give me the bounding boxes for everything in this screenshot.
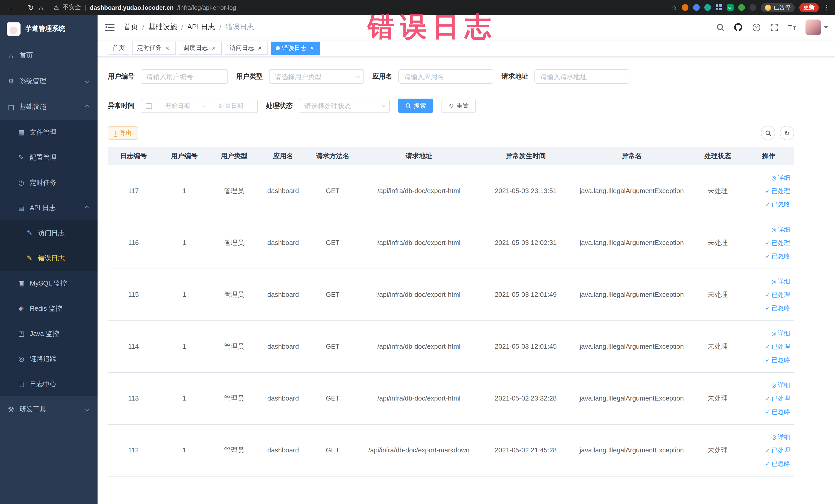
user-type-select-input[interactable] xyxy=(269,69,364,84)
sidebar-item-9[interactable]: ✎错误日志 xyxy=(0,245,98,270)
action-processed[interactable]: ✓已处理 xyxy=(746,391,790,405)
tab-label: 错误日志 xyxy=(282,44,306,53)
home-icon[interactable]: ⌂ xyxy=(36,3,46,12)
app-title: 芋道管理系统 xyxy=(25,24,65,33)
extension-icon-blue[interactable] xyxy=(693,4,700,11)
status-select[interactable] xyxy=(299,99,390,113)
sidebar-item-10[interactable]: ▣MySQL 监控 xyxy=(0,270,98,296)
table-toolbar: ↓ 导出 ↻ xyxy=(108,126,825,140)
status-select-input[interactable] xyxy=(299,99,390,113)
tab-错误日志[interactable]: 错误日志× xyxy=(271,41,320,55)
sidebar-item-1[interactable]: ⌂首页 xyxy=(0,43,98,68)
table-row: 1121管理员dashboardGET/api/infra/db-doc/exp… xyxy=(108,424,794,476)
action-ignored[interactable]: ✓已忽略 xyxy=(746,353,790,366)
sidebar-item-4[interactable]: ▦文件管理 xyxy=(0,120,98,145)
action-detail[interactable]: ◎详细 xyxy=(746,378,790,391)
check-icon: ✓ xyxy=(766,457,770,470)
action-detail[interactable]: ◎详细 xyxy=(746,275,790,288)
sidebar-item-7[interactable]: ▤API 日志 xyxy=(0,195,98,220)
extension-icon-grid[interactable] xyxy=(716,4,722,11)
action-ignored[interactable]: ✓已忽略 xyxy=(746,249,790,263)
user-menu[interactable] xyxy=(806,20,828,35)
close-icon[interactable]: × xyxy=(210,44,217,52)
back-icon[interactable]: ← xyxy=(5,3,15,12)
sidebar-item-6[interactable]: ◷定时任务 xyxy=(0,170,98,195)
user-type-select[interactable] xyxy=(269,69,364,84)
action-detail[interactable]: ◎详细 xyxy=(746,326,790,340)
close-icon[interactable]: × xyxy=(308,44,316,52)
search-icon[interactable] xyxy=(716,23,725,32)
action-ignored[interactable]: ✓已忽略 xyxy=(746,198,790,211)
tab-首页[interactable]: 首页 xyxy=(108,41,129,55)
close-icon[interactable]: × xyxy=(256,44,263,52)
address-bar[interactable]: ⚠ 不安全 | dashboard.yudao.iocoder.cn/infra… xyxy=(54,3,236,12)
tab-访问日志[interactable]: 访问日志× xyxy=(225,41,268,55)
app-name-input[interactable] xyxy=(399,69,493,84)
extension-icon-paw[interactable] xyxy=(750,4,756,11)
export-button[interactable]: ↓ 导出 xyxy=(108,126,138,140)
cell-user-type: 管理员 xyxy=(209,217,259,268)
browser-menu-icon[interactable]: ⋮ xyxy=(823,4,830,11)
sidebar-item-8[interactable]: ✎访问日志 xyxy=(0,220,98,245)
sidebar-item-11[interactable]: ◈Redis 监控 xyxy=(0,296,98,321)
breadcrumb-item[interactable]: API 日志 xyxy=(187,23,216,32)
emoji-face-icon xyxy=(765,4,771,11)
refresh-table-button[interactable]: ↻ xyxy=(780,126,794,140)
action-ignored[interactable]: ✓已忽略 xyxy=(746,405,790,418)
action-processed[interactable]: ✓已处理 xyxy=(746,443,790,457)
extension-icon-teal[interactable] xyxy=(704,4,711,11)
breadcrumb-separator: / xyxy=(142,23,144,31)
action-ignored[interactable]: ✓已忽略 xyxy=(746,457,790,470)
action-processed[interactable]: ✓已处理 xyxy=(746,236,790,249)
top-navbar: 首页/基础设施/API 日志/错误日志 ? TT xyxy=(98,15,835,40)
cell-app: dashboard xyxy=(259,217,307,268)
extension-icon-leaf[interactable] xyxy=(738,4,745,11)
action-detail[interactable]: ◎详细 xyxy=(746,430,790,443)
close-icon[interactable]: × xyxy=(164,44,171,52)
error-log-table: 日志编号用户编号用户类型应用名请求方法名请求地址异常发生时间异常名处理状态操作1… xyxy=(108,147,794,476)
cell-time: 2021-05-03 12:01:45 xyxy=(480,320,571,372)
sidebar-item-12[interactable]: ◰Java 监控 xyxy=(0,321,98,346)
check-icon: ✓ xyxy=(766,301,770,315)
cell-user-type: 管理员 xyxy=(209,372,259,424)
sidebar-item-15[interactable]: ⚒研发工具 xyxy=(0,397,98,422)
fullscreen-icon[interactable] xyxy=(770,23,779,32)
extension-icon-on[interactable]: on xyxy=(727,4,734,11)
breadcrumb-item[interactable]: 基础设施 xyxy=(148,23,177,32)
sidebar-item-3[interactable]: ◫基础设施 xyxy=(0,94,98,120)
tab-定时任务[interactable]: 定时任务× xyxy=(133,41,176,55)
action-processed[interactable]: ✓已处理 xyxy=(746,288,790,301)
update-button[interactable]: 更新 xyxy=(799,3,819,12)
font-size-icon[interactable]: TT xyxy=(788,23,797,32)
github-icon[interactable] xyxy=(734,23,743,32)
cell-actions: ◎详细✓已处理✓已忽略 xyxy=(744,217,794,268)
app-logo[interactable]: 芋道管理系统 xyxy=(0,15,98,43)
toggle-search-button[interactable] xyxy=(761,126,775,140)
sidebar-item-5[interactable]: ✎配置管理 xyxy=(0,145,98,170)
sidebar-item-14[interactable]: ▤日志中心 xyxy=(0,371,98,397)
forward-icon[interactable]: → xyxy=(15,3,26,12)
extension-icon-orange[interactable] xyxy=(682,4,688,11)
sidebar-collapse-icon[interactable] xyxy=(105,22,116,32)
user-id-input[interactable] xyxy=(141,69,228,84)
user-id-label: 用户编号 xyxy=(108,72,135,81)
action-processed[interactable]: ✓已处理 xyxy=(746,184,790,198)
breadcrumb-item[interactable]: 首页 xyxy=(124,23,138,32)
paused-badge[interactable]: 已暂停 xyxy=(761,3,795,12)
search-button[interactable]: 搜索 xyxy=(398,99,433,113)
action-label: 详细 xyxy=(778,326,790,340)
tab-调度日志[interactable]: 调度日志× xyxy=(179,41,222,55)
action-processed[interactable]: ✓已处理 xyxy=(746,340,790,353)
sidebar-item-2[interactable]: ⚙系统管理 xyxy=(0,68,98,94)
action-ignored[interactable]: ✓已忽略 xyxy=(746,301,790,315)
sidebar-item-13[interactable]: ◎链路追踪 xyxy=(0,346,98,371)
date-range-picker[interactable]: 开始日期 - 结束日期 xyxy=(141,99,258,113)
action-detail[interactable]: ◎详细 xyxy=(746,171,790,184)
reset-button[interactable]: ↻ 重置 xyxy=(442,99,476,113)
reload-icon[interactable]: ↻ xyxy=(26,3,36,12)
help-icon[interactable]: ? xyxy=(752,23,761,32)
sidebar-item-label: 链路追踪 xyxy=(30,354,57,363)
bookmark-star-icon[interactable]: ☆ xyxy=(671,4,677,11)
request-url-input[interactable] xyxy=(534,69,629,84)
action-detail[interactable]: ◎详细 xyxy=(746,223,790,236)
